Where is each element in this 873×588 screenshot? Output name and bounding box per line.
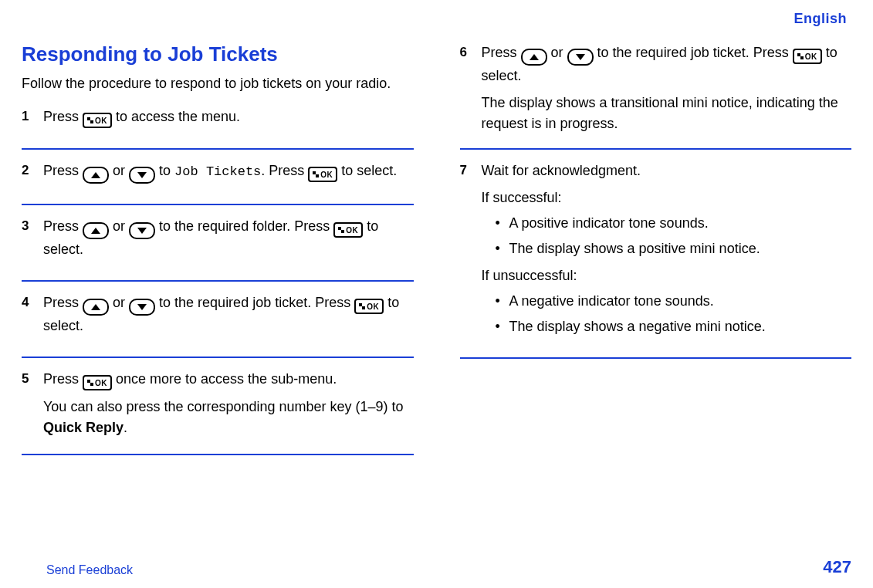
down-button-icon bbox=[129, 222, 155, 239]
ok-button-icon: OK bbox=[793, 49, 822, 64]
page-number: 427 bbox=[823, 557, 851, 577]
list-item: A positive indicator tone sounds. bbox=[496, 213, 852, 234]
text: to the required job ticket. Press bbox=[597, 45, 793, 60]
down-button-icon bbox=[567, 49, 594, 66]
text: Press bbox=[43, 371, 83, 387]
send-feedback-link[interactable]: Send Feedback bbox=[46, 563, 133, 577]
triangle-down-icon bbox=[576, 54, 585, 60]
list-item: A negative indicator tone sounds. bbox=[496, 291, 852, 312]
triangle-down-icon bbox=[137, 172, 147, 178]
text: Press bbox=[43, 295, 83, 310]
step-number: 7 bbox=[460, 161, 467, 181]
text: to access the menu. bbox=[116, 109, 240, 124]
triangle-up-icon bbox=[91, 228, 100, 234]
step-3: 3 Press or to the required folder. Press… bbox=[22, 204, 414, 280]
step-number: 4 bbox=[22, 292, 29, 313]
triangle-up-icon bbox=[91, 172, 100, 178]
step-number: 6 bbox=[460, 42, 467, 63]
ok-button-icon: OK bbox=[333, 222, 363, 238]
text: You can also press the corresponding num… bbox=[43, 399, 404, 414]
triangle-up-icon bbox=[530, 54, 539, 60]
text: Press bbox=[482, 45, 521, 60]
step-4: 4 Press or to the required job ticket. P… bbox=[22, 280, 414, 357]
step-number: 5 bbox=[22, 369, 29, 389]
step-note: You can also press the corresponding num… bbox=[43, 397, 414, 438]
text: to bbox=[159, 163, 174, 178]
up-button-icon bbox=[521, 49, 547, 66]
step-7: 7 Wait for acknowledgment. If successful… bbox=[460, 148, 852, 359]
ok-button-icon: OK bbox=[354, 299, 384, 314]
if-unsuccessful-label: If unsuccessful: bbox=[482, 265, 852, 286]
page-title: Responding to Job Tickets bbox=[22, 42, 414, 66]
list-item: The display shows a positive mini notice… bbox=[496, 238, 852, 259]
unsuccess-list: A negative indicator tone sounds. The di… bbox=[482, 291, 852, 337]
ok-button-icon: OK bbox=[83, 375, 112, 390]
text: to the required job ticket. Press bbox=[159, 295, 354, 310]
content-columns: Responding to Job Tickets Follow the pro… bbox=[22, 42, 851, 455]
language-label: English bbox=[22, 9, 851, 27]
success-list: A positive indicator tone sounds. The di… bbox=[482, 213, 852, 259]
list-item: The display shows a negative mini notice… bbox=[496, 316, 852, 337]
step-1: 1 Press OK to access the menu. bbox=[22, 106, 414, 148]
text: to the required folder. Press bbox=[159, 218, 333, 234]
page: English Responding to Job Tickets Follow… bbox=[0, 0, 873, 588]
text: or bbox=[551, 45, 567, 60]
triangle-up-icon bbox=[91, 304, 100, 310]
left-column: Responding to Job Tickets Follow the pro… bbox=[22, 42, 414, 455]
if-successful-label: If successful: bbox=[482, 188, 852, 208]
text: or bbox=[113, 218, 129, 234]
step-text: Press or to the required job ticket. Pre… bbox=[43, 292, 414, 336]
ok-button-icon: OK bbox=[83, 113, 112, 128]
text: Press bbox=[43, 109, 83, 124]
ok-button-icon: OK bbox=[308, 167, 337, 182]
text: to select. bbox=[341, 163, 397, 178]
step-6: 6 Press or to the required job ticket. P… bbox=[460, 42, 852, 148]
right-column: 6 Press or to the required job ticket. P… bbox=[460, 42, 852, 455]
footer: Send Feedback 427 bbox=[22, 557, 851, 577]
step-number: 2 bbox=[22, 161, 29, 181]
step-text: Wait for acknowledgment. bbox=[482, 161, 852, 181]
triangle-down-icon bbox=[137, 304, 147, 310]
up-button-icon bbox=[83, 167, 109, 184]
step-text: Press or to the required folder. Press O… bbox=[43, 216, 414, 260]
text: or bbox=[113, 163, 129, 178]
step-text: Press OK to access the menu. bbox=[43, 106, 414, 128]
step-5: 5 Press OK once more to access the sub-m… bbox=[22, 357, 414, 455]
up-button-icon bbox=[83, 299, 109, 316]
up-button-icon bbox=[83, 222, 109, 239]
text: Press bbox=[43, 218, 83, 234]
text: or bbox=[113, 295, 129, 310]
down-button-icon bbox=[129, 167, 155, 184]
quick-reply-label: Quick Reply bbox=[43, 420, 124, 435]
text: . Press bbox=[261, 163, 308, 178]
step-text: Press OK once more to access the sub-men… bbox=[43, 369, 414, 390]
step-number: 1 bbox=[22, 106, 29, 127]
steps-left: 1 Press OK to access the menu. 2 Press o… bbox=[22, 106, 414, 455]
intro-text: Follow the procedure to respond to job t… bbox=[22, 74, 414, 93]
down-button-icon bbox=[129, 299, 155, 316]
text: Press bbox=[43, 163, 83, 178]
steps-right: 6 Press or to the required job ticket. P… bbox=[460, 42, 852, 359]
step-note: The display shows a transitional mini no… bbox=[482, 93, 852, 134]
text: . bbox=[124, 420, 127, 435]
step-text: Press or to Job Tickets. Press OK to sel… bbox=[43, 161, 414, 184]
step-text: Press or to the required job ticket. Pre… bbox=[482, 42, 852, 86]
menu-item-job-tickets: Job Tickets bbox=[174, 164, 261, 179]
triangle-down-icon bbox=[137, 228, 147, 234]
step-2: 2 Press or to Job Tickets. Press OK to s… bbox=[22, 148, 414, 204]
step-number: 3 bbox=[22, 216, 29, 236]
text: once more to access the sub-menu. bbox=[116, 371, 337, 387]
